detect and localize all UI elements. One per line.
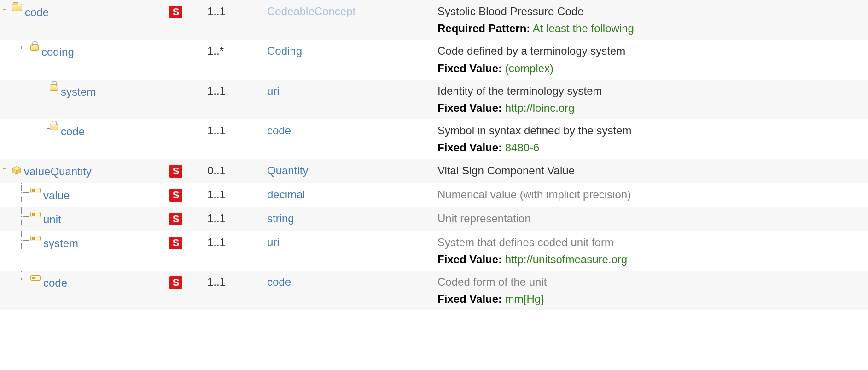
cardinality: 1..* xyxy=(204,40,263,79)
type-link[interactable]: code xyxy=(267,276,291,288)
description: Systolic Blood Pressure CodeRequired Pat… xyxy=(434,0,868,40)
cardinality: 1..1 xyxy=(204,207,263,231)
description: System that defines coded unit formFixed… xyxy=(434,231,868,271)
element-name-link[interactable]: value xyxy=(43,186,70,204)
type-link[interactable]: Quantity xyxy=(267,164,308,177)
element-name-link[interactable]: system xyxy=(61,82,96,100)
cardinality: 1..1 xyxy=(204,119,263,159)
field-icon xyxy=(30,236,41,241)
description: Vital Sign Component Value xyxy=(434,159,868,183)
type-link[interactable]: CodeableConcept xyxy=(267,5,355,17)
type-link[interactable]: uri xyxy=(267,85,280,97)
element-name-link[interactable]: unit xyxy=(43,210,61,228)
tree-row: system1..1uriIdentity of the terminology… xyxy=(0,80,868,119)
cardinality: 1..1 xyxy=(204,231,263,271)
type-link[interactable]: code xyxy=(267,124,291,137)
description: Unit representation xyxy=(434,207,868,231)
element-name-link[interactable]: coding xyxy=(41,42,74,60)
tree-row: systemS1..1uriSystem that defines coded … xyxy=(0,231,868,271)
tree-row: valueQuantityS0..1QuantityVital Sign Com… xyxy=(0,159,868,183)
tree-row: codeS1..1codeCoded form of the unitFixed… xyxy=(0,271,868,310)
field-icon xyxy=(30,212,41,217)
description: Coded form of the unitFixed Value: mm[Hg… xyxy=(434,271,868,310)
folder-icon xyxy=(12,4,22,11)
structure-tree-table: codeS1..1CodeableConceptSystolic Blood P… xyxy=(0,0,868,310)
element-name-link[interactable]: code xyxy=(61,122,85,140)
cardinality: 1..1 xyxy=(204,271,263,310)
must-support-flag: S xyxy=(169,6,182,18)
datatype-icon xyxy=(12,162,21,172)
cardinality: 1..1 xyxy=(204,80,263,119)
field-icon xyxy=(30,275,41,281)
lock-icon xyxy=(50,84,58,91)
tree-row: codeS1..1CodeableConceptSystolic Blood P… xyxy=(0,0,868,40)
must-support-flag: S xyxy=(169,165,182,178)
type-link[interactable]: Coding xyxy=(267,45,302,57)
cardinality: 1..1 xyxy=(204,183,263,207)
lock-icon xyxy=(30,44,39,51)
tree-row: unitS1..1stringUnit representation xyxy=(0,207,868,231)
element-name-link[interactable]: code xyxy=(43,273,67,291)
tree-row: coding1..*CodingCode defined by a termin… xyxy=(0,40,868,79)
type-link[interactable]: uri xyxy=(267,236,280,249)
description: Code defined by a terminology systemFixe… xyxy=(434,40,868,79)
must-support-flag: S xyxy=(169,189,182,202)
element-name-link[interactable]: code xyxy=(25,3,49,21)
element-name-link[interactable]: system xyxy=(43,234,78,252)
type-link[interactable]: decimal xyxy=(267,188,305,201)
lock-icon xyxy=(50,124,58,130)
tree-row: code1..1codeSymbol in syntax defined by … xyxy=(0,119,868,159)
tree-row: valueS1..1decimalNumerical value (with i… xyxy=(0,183,868,207)
description: Numerical value (with implicit precision… xyxy=(434,183,868,207)
field-icon xyxy=(30,188,41,193)
type-link[interactable]: string xyxy=(267,212,294,225)
must-support-flag: S xyxy=(169,237,182,249)
element-name-link[interactable]: valueQuantity xyxy=(24,162,92,180)
description: Identity of the terminology systemFixed … xyxy=(434,80,868,119)
must-support-flag: S xyxy=(169,276,182,289)
cardinality: 1..1 xyxy=(204,0,263,40)
must-support-flag: S xyxy=(169,213,182,225)
cardinality: 0..1 xyxy=(204,159,263,183)
description: Symbol in syntax defined by the systemFi… xyxy=(434,119,868,159)
